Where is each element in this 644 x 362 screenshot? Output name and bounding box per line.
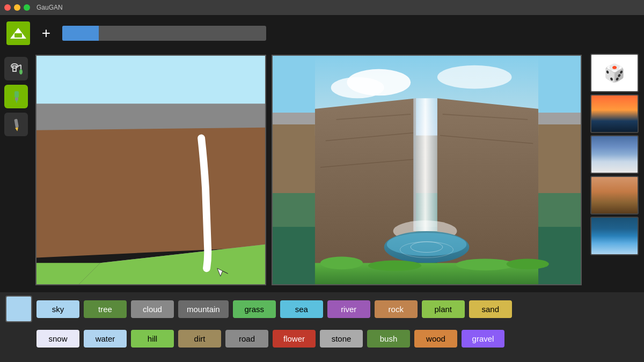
- progress-bar-fill: [62, 26, 99, 41]
- labels-area: sky tree cloud mountain grass sea river …: [0, 292, 644, 362]
- svg-point-36: [368, 260, 421, 271]
- svg-point-35: [320, 256, 363, 269]
- label-hill[interactable]: hill: [131, 330, 174, 348]
- nvidia-logo: [6, 21, 30, 45]
- brush-tool-button[interactable]: [4, 85, 28, 108]
- label-sea[interactable]: sea: [280, 300, 323, 318]
- thumbnail-sunset[interactable]: [590, 94, 639, 133]
- label-snow[interactable]: snow: [36, 330, 79, 348]
- thumbnail-desert[interactable]: [590, 176, 639, 215]
- svg-point-38: [507, 258, 549, 269]
- result-canvas: [272, 55, 582, 285]
- label-stone[interactable]: stone: [320, 330, 363, 348]
- label-sky[interactable]: sky: [36, 300, 79, 318]
- drawing-canvas[interactable]: [35, 55, 266, 285]
- thumbnail-clouds[interactable]: [590, 135, 639, 174]
- add-button[interactable]: +: [36, 24, 56, 43]
- label-sand[interactable]: sand: [469, 300, 512, 318]
- label-row-1: sky tree cloud mountain grass sea river …: [5, 295, 639, 322]
- label-road[interactable]: road: [225, 330, 268, 348]
- svg-point-22: [437, 65, 512, 89]
- fill-tool-button[interactable]: [4, 57, 28, 80]
- svg-point-37: [456, 258, 514, 270]
- label-row-2: snow water hill dirt road flower stone b…: [5, 327, 639, 350]
- label-flower[interactable]: flower: [273, 330, 316, 348]
- svg-point-5: [19, 69, 23, 75]
- svg-marker-14: [36, 128, 265, 258]
- svg-rect-30: [413, 98, 437, 231]
- maximize-button[interactable]: [24, 4, 30, 11]
- progress-bar-container: [62, 26, 266, 41]
- left-toolbar: [0, 51, 32, 292]
- app-title: GauGAN: [36, 4, 63, 11]
- spacer: [5, 327, 32, 350]
- titlebar: GauGAN: [0, 0, 644, 15]
- label-dirt[interactable]: dirt: [178, 330, 221, 348]
- label-rock[interactable]: rock: [375, 300, 418, 318]
- svg-rect-1: [14, 33, 22, 38]
- canvas-area: [32, 51, 585, 292]
- label-wood[interactable]: wood: [414, 330, 457, 348]
- label-bush[interactable]: bush: [367, 330, 410, 348]
- thumbnail-random[interactable]: 🎲: [590, 54, 639, 92]
- pencil-tool-button[interactable]: [4, 113, 28, 136]
- svg-point-21: [347, 69, 411, 96]
- toolbar: +: [0, 15, 644, 51]
- label-gravel[interactable]: gravel: [462, 330, 504, 348]
- label-grass[interactable]: grass: [233, 300, 276, 318]
- svg-marker-9: [16, 100, 18, 104]
- label-river[interactable]: river: [327, 300, 370, 318]
- thumbnails-sidebar: 🎲: [585, 51, 644, 292]
- close-button[interactable]: [4, 4, 11, 11]
- content-area: 🎲: [0, 51, 644, 292]
- app-container: +: [0, 15, 644, 362]
- label-cloud[interactable]: cloud: [131, 300, 174, 318]
- label-plant[interactable]: plant: [422, 300, 465, 318]
- canvas-gap: [266, 55, 272, 289]
- label-water[interactable]: water: [84, 330, 127, 348]
- svg-rect-10: [14, 119, 19, 128]
- svg-rect-7: [14, 91, 19, 98]
- label-mountain[interactable]: mountain: [178, 300, 229, 318]
- label-tree[interactable]: tree: [84, 300, 127, 318]
- svg-marker-11: [15, 127, 19, 131]
- thumbnail-wave[interactable]: [590, 217, 639, 255]
- minimize-button[interactable]: [14, 4, 20, 11]
- color-swatch: [5, 295, 32, 322]
- svg-rect-8: [15, 98, 18, 100]
- svg-line-4: [16, 65, 21, 67]
